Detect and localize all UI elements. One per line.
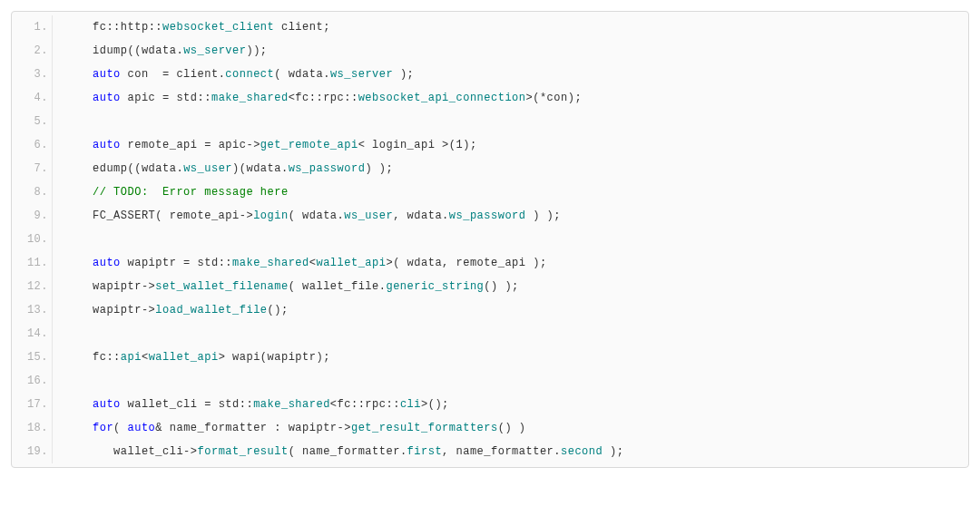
code-line: 3.auto con = client.connect( wdata.ws_se…	[12, 63, 968, 86]
token: () );	[484, 280, 519, 293]
token: ( name_formatter.	[289, 445, 407, 458]
token: <fc::rpc::	[289, 92, 358, 104]
token: & name_formatter : wapiptr->	[155, 422, 351, 434]
line-number: 13.	[12, 298, 52, 322]
gutter-divider	[52, 416, 53, 440]
token: ws_user	[344, 209, 393, 222]
token: auto	[93, 398, 121, 411]
token: ws_server	[330, 68, 393, 81]
code-content: wallet_cli->format_result( name_formatte…	[65, 440, 968, 463]
gutter-divider	[52, 298, 53, 322]
code-block: 1.fc::http::websocket_client client;2.id…	[11, 11, 969, 468]
line-number: 17.	[12, 393, 52, 416]
gutter-divider	[52, 15, 53, 39]
code-line: 11.auto wapiptr = std::make_shared<walle…	[12, 251, 968, 275]
line-number: 8.	[12, 180, 52, 204]
token: make_shared	[232, 257, 309, 269]
code-content: FC_ASSERT( remote_api->login( wdata.ws_u…	[65, 204, 968, 228]
code-content: edump((wdata.ws_user)(wdata.ws_password)…	[65, 157, 968, 180]
token: ws_server	[183, 44, 246, 57]
code-line: 15.fc::api<wallet_api> wapi(wapiptr);	[12, 346, 968, 369]
code-line: 7.edump((wdata.ws_user)(wdata.ws_passwor…	[12, 157, 968, 180]
token: ( wdata.	[289, 209, 345, 222]
token: wallet_cli->	[93, 445, 198, 458]
token: auto	[93, 68, 121, 81]
code-line: 14.	[12, 322, 968, 346]
code-line: 13.wapiptr->load_wallet_file();	[12, 298, 968, 322]
gutter-divider	[52, 204, 53, 228]
code-content: auto wallet_cli = std::make_shared<fc::r…	[65, 393, 968, 416]
gutter-divider	[52, 180, 53, 204]
code-content: auto apic = std::make_shared<fc::rpc::we…	[65, 86, 968, 110]
token: make_shared	[211, 92, 289, 104]
token: wapiptr = std::	[121, 257, 232, 269]
token: login	[253, 209, 289, 222]
token: ();	[268, 304, 289, 316]
code-line: 10.	[12, 228, 968, 251]
token: cli	[400, 398, 421, 411]
token: auto	[93, 257, 121, 269]
token: ws_password	[289, 162, 366, 175]
gutter-divider	[52, 39, 53, 63]
token: FC_ASSERT( remote_api->	[93, 209, 253, 222]
token: auto	[128, 422, 156, 434]
token: ::	[149, 21, 162, 34]
gutter-divider	[52, 228, 53, 251]
token: ) );	[365, 162, 393, 175]
token: <	[142, 351, 149, 364]
token: >();	[421, 398, 449, 411]
gutter-divider	[52, 63, 53, 86]
token: api	[121, 351, 142, 364]
token: connect	[225, 68, 274, 81]
code-line: 8.// TODO: Error message here	[12, 180, 968, 204]
line-number: 9.	[12, 204, 52, 228]
gutter-divider	[52, 393, 53, 416]
line-number: 19.	[12, 440, 52, 463]
code-content: idump((wdata.ws_server));	[65, 39, 968, 63]
line-number: 3.	[12, 63, 52, 86]
code-line: 17.auto wallet_cli = std::make_shared<fc…	[12, 393, 968, 416]
token: < login_api >(1);	[358, 139, 477, 151]
code-line: 5.	[12, 110, 968, 133]
token: fc	[93, 21, 106, 34]
code-content: for( auto& name_formatter : wapiptr->get…	[65, 416, 968, 440]
gutter-divider	[52, 440, 53, 463]
token: apic = std::	[121, 92, 211, 104]
token: fc::	[93, 351, 121, 364]
code-content: wapiptr->load_wallet_file();	[65, 298, 968, 322]
token: () )	[498, 422, 526, 434]
token: client;	[274, 21, 330, 34]
token: >(*con);	[526, 92, 583, 104]
token: );	[393, 68, 414, 81]
token: > wapi(wapiptr);	[219, 351, 330, 364]
gutter-divider	[52, 369, 53, 393]
token: wallet_api	[316, 257, 386, 269]
token: remote_api = apic->	[121, 139, 260, 151]
token: , wdata.	[393, 209, 449, 222]
token: idump((wdata.	[93, 44, 183, 57]
gutter-divider	[52, 346, 53, 369]
token: ::	[106, 21, 120, 34]
code-content: auto wapiptr = std::make_shared<wallet_a…	[65, 251, 968, 275]
token: websocket_api_connection	[358, 92, 526, 104]
token: )(wdata.	[232, 162, 289, 175]
token: <fc::rpc::	[330, 398, 400, 411]
code-content: // TODO: Error message here	[65, 180, 968, 204]
gutter-divider	[52, 275, 53, 298]
code-content: fc::http::websocket_client client;	[65, 15, 968, 39]
line-number: 7.	[12, 157, 52, 180]
token: ( wdata.	[274, 68, 330, 81]
token: format_result	[198, 445, 289, 458]
token: ( wallet_file.	[289, 280, 387, 293]
token: load_wallet_file	[155, 304, 267, 316]
token: for	[93, 422, 113, 434]
gutter-divider	[52, 133, 53, 157]
token: wallet_cli = std::	[121, 398, 253, 411]
token: (	[113, 422, 127, 434]
line-number: 14.	[12, 322, 52, 346]
token: auto	[93, 92, 121, 104]
line-number: 11.	[12, 251, 52, 275]
code-line: 4.auto apic = std::make_shared<fc::rpc::…	[12, 86, 968, 110]
code-content: wapiptr->set_wallet_filename( wallet_fil…	[65, 275, 968, 298]
token: ) );	[526, 209, 562, 222]
